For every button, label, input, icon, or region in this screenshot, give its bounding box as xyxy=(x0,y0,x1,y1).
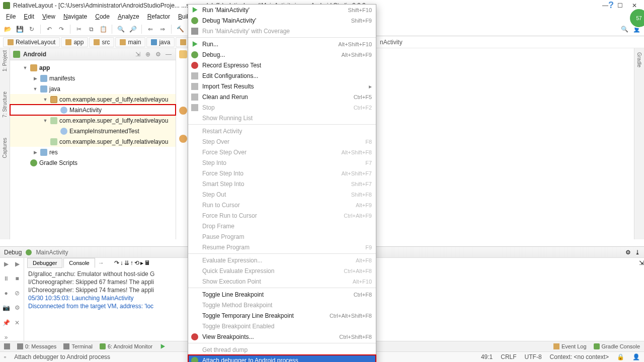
tree-comexamplesuperdluffyrelativelayou[interactable]: ▼com.example.super_d_luffy.relativelayou xyxy=(10,94,176,105)
status-context[interactable]: Context: <no context> xyxy=(550,353,609,360)
tree-manifests[interactable]: ▶manifests xyxy=(10,73,176,83)
redo-icon[interactable]: ↷ xyxy=(57,25,66,34)
status-lock-icon[interactable]: 🔒 xyxy=(617,353,624,360)
toolwin-0--messages[interactable]: 0: Messages xyxy=(17,343,56,349)
runmenu-toggle-line-breakpoint[interactable]: Toggle Line BreakpointCtrl+F8 xyxy=(188,289,376,300)
runmenu-debug--mainactivity-[interactable]: Debug 'MainActivity'Shift+F9 xyxy=(188,15,376,26)
crumb-app[interactable]: app xyxy=(61,37,88,47)
tab-console[interactable]: Console xyxy=(63,258,95,268)
runmenu-run---[interactable]: Run...Alt+Shift+F10 xyxy=(188,39,376,49)
tree-gradlescripts[interactable]: Gradle Scripts xyxy=(10,157,176,168)
minimize-icon[interactable]: — xyxy=(602,2,608,9)
forward-icon[interactable]: ⇒ xyxy=(158,25,167,34)
tree-java[interactable]: ▼java xyxy=(10,83,176,94)
target-icon[interactable]: ⊕ xyxy=(145,51,152,58)
back-icon[interactable]: ⇐ xyxy=(146,25,155,34)
search-everywhere-icon[interactable]: 🔍 xyxy=(620,25,629,34)
step-out-icon[interactable]: ↑ xyxy=(130,259,133,266)
rerun-icon[interactable]: ▶ xyxy=(1,259,11,269)
status-position[interactable]: 49:1 xyxy=(481,353,493,360)
runmenu-toggle-temporary-line-breakpoi[interactable]: Toggle Temporary Line BreakpointCtrl+Alt… xyxy=(188,310,376,321)
runmenu-edit-configurations---[interactable]: Edit Configurations... xyxy=(188,70,376,81)
toolwin-terminal[interactable]: Terminal xyxy=(63,343,93,349)
crumb-relativelayout[interactable]: RelativeLayout xyxy=(3,37,60,47)
runmenu-record-espresso-test[interactable]: Record Espresso Test xyxy=(188,60,376,70)
runmenu-clean-and-rerun[interactable]: Clean and RerunCtrl+F5 xyxy=(188,92,376,102)
rail-1--project[interactable]: 1: Project xyxy=(2,50,8,71)
gradle-tab[interactable]: Gradle xyxy=(636,52,642,67)
settings-icon[interactable]: ⚙ xyxy=(155,51,163,58)
copy-icon[interactable]: ⧉ xyxy=(87,25,96,34)
status-line-ending[interactable]: CRLF xyxy=(501,353,516,360)
layout-settings-icon[interactable]: ⚙ xyxy=(12,303,22,313)
build-icon[interactable]: 🔨 xyxy=(176,25,185,34)
help-icon[interactable]: ? xyxy=(608,0,614,11)
open-icon[interactable]: 📂 xyxy=(3,25,12,34)
project-tree[interactable]: ▼app▶manifests▼java▼com.example.super_d_… xyxy=(10,60,176,170)
step-over-icon[interactable]: ↷ xyxy=(114,259,119,266)
step-into-icon[interactable]: ↓ xyxy=(120,259,123,266)
debug-restore-icon[interactable]: ⤓ xyxy=(635,249,640,256)
gutter-refresh-icon[interactable] xyxy=(179,50,187,58)
sync-icon[interactable]: ↻ xyxy=(27,25,36,34)
status-hector-icon[interactable]: 👤 xyxy=(632,353,640,360)
resume-debug-icon[interactable]: ▶ xyxy=(12,259,22,269)
menu-view[interactable]: View xyxy=(39,12,58,21)
runmenu-import-test-results[interactable]: Import Test Results▸ xyxy=(188,81,376,92)
toolwin-6--android-monitor[interactable]: 6: Android Monitor xyxy=(100,343,152,349)
dump-icon[interactable]: 📷 xyxy=(1,303,11,313)
paste-icon[interactable]: 📋 xyxy=(99,25,108,34)
runmenu-debug---[interactable]: Debug...Alt+Shift+F9 xyxy=(188,49,376,60)
view-bp-icon[interactable]: ● xyxy=(1,288,11,298)
scroll-icon[interactable]: ⇲ xyxy=(639,259,644,266)
crumb-java[interactable]: java xyxy=(146,37,175,47)
force-step-icon[interactable]: ⇊ xyxy=(124,259,129,266)
console-arrow-icon[interactable]: → xyxy=(96,259,106,266)
find-icon[interactable]: 🔍 xyxy=(116,25,125,34)
toolwin-gradle-console[interactable]: Gradle Console xyxy=(594,343,640,349)
runmenu-run--mainactivity-[interactable]: Run 'MainActivity'Shift+F10 xyxy=(188,5,376,15)
cut-icon[interactable]: ✂ xyxy=(74,25,84,34)
menu-file[interactable]: File xyxy=(3,12,19,21)
status-encoding[interactable]: UTF-8 xyxy=(525,353,542,360)
menu-edit[interactable]: Edit xyxy=(21,12,37,21)
tree-app[interactable]: ▼app xyxy=(10,62,176,73)
tree-comexamplesuperdluffyrelativelayou[interactable]: ▼com.example.super_d_luffy.relativelayou xyxy=(10,115,176,126)
stop-debug-icon[interactable]: ■ xyxy=(12,274,22,284)
debug-gear-icon[interactable]: ⚙ xyxy=(625,249,631,256)
tree-res[interactable]: ▶res xyxy=(10,147,176,157)
crumb-src[interactable]: src xyxy=(89,37,114,47)
maximize-icon[interactable]: ☐ xyxy=(617,2,623,9)
gutter-override-icon[interactable] xyxy=(179,135,187,143)
eval-icon[interactable]: 🖩 xyxy=(144,259,150,266)
toolwin-event-log[interactable]: Event Log xyxy=(553,343,587,349)
tree-exampleinstrumentedtest[interactable]: ExampleInstrumentedTest xyxy=(10,126,176,136)
replace-icon[interactable]: 🔎 xyxy=(128,25,137,34)
menu-navigate[interactable]: Navigate xyxy=(60,12,90,21)
runmenu-attach-debugger-to-android-pro[interactable]: Attach debugger to Android process xyxy=(188,355,376,362)
hide-icon[interactable]: — xyxy=(166,51,173,58)
pin-icon[interactable]: 📌 xyxy=(1,318,11,328)
mute-bp-icon[interactable]: ⊘ xyxy=(12,288,22,298)
project-view-selector[interactable]: Android xyxy=(23,51,132,58)
toolwin-run-icon[interactable] xyxy=(159,343,166,349)
rail-7--structure[interactable]: 7: Structure xyxy=(2,92,8,118)
pause-debug-icon[interactable]: ⏸ xyxy=(1,274,11,284)
tool-square-icon[interactable] xyxy=(4,343,10,349)
runmenu-view-breakpoints---[interactable]: View Breakpoints...Ctrl+Shift+F8 xyxy=(188,331,376,342)
menu-analyze[interactable]: Analyze xyxy=(115,12,142,21)
status-square-icon[interactable]: ▫ xyxy=(4,353,6,360)
menu-code[interactable]: Code xyxy=(92,12,113,21)
gutter-override-icon[interactable] xyxy=(179,107,187,115)
menu-refactor[interactable]: Refactor xyxy=(144,12,173,21)
drop-frame-icon[interactable]: ⟲ xyxy=(134,259,139,266)
tab-debugger[interactable]: Debugger xyxy=(27,258,62,268)
undo-icon[interactable]: ↶ xyxy=(45,25,54,34)
save-icon[interactable]: 💾 xyxy=(15,25,24,34)
run-cursor-icon[interactable]: ▸ xyxy=(140,259,143,266)
close-dbg-icon[interactable]: ✕ xyxy=(12,318,22,328)
tree-comexamplesuperdluffyrelativelayou[interactable]: com.example.super_d_luffy.relativelayou xyxy=(10,136,176,147)
tree-mainactivity[interactable]: MainActivity xyxy=(10,105,176,115)
crumb-main[interactable]: main xyxy=(115,37,145,47)
collapse-icon[interactable]: ⇲ xyxy=(135,51,142,58)
